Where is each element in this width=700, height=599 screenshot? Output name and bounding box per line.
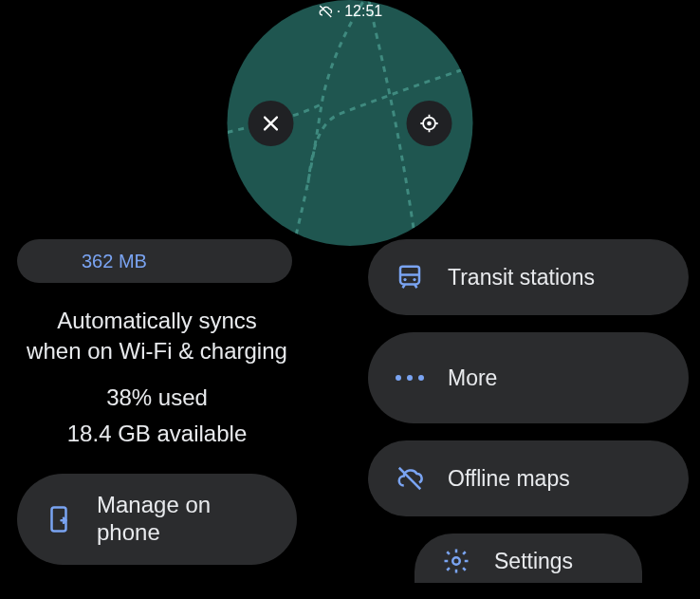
cloud-off-icon bbox=[318, 4, 333, 19]
status-bar: · 12:51 bbox=[318, 3, 383, 20]
gear-icon bbox=[441, 547, 471, 575]
offline-maps-button[interactable]: Offline maps bbox=[368, 440, 689, 516]
my-location-icon bbox=[419, 113, 440, 134]
storage-used: 38% used bbox=[17, 384, 297, 411]
close-icon bbox=[261, 113, 282, 134]
settings-button[interactable]: Settings bbox=[414, 533, 642, 583]
svg-point-5 bbox=[452, 557, 460, 565]
storage-available: 18.4 GB available bbox=[17, 421, 297, 447]
phone-icon bbox=[44, 505, 74, 533]
watch-face-map: · 12:51 bbox=[228, 0, 473, 246]
storage-item-size: 362 MB bbox=[82, 251, 147, 272]
close-button[interactable] bbox=[249, 101, 294, 146]
transit-stations-button[interactable]: Transit stations bbox=[368, 239, 689, 315]
offline-maps-label: Offline maps bbox=[448, 466, 570, 492]
storage-panel: 362 MB Automatically syncs when on Wi-Fi… bbox=[17, 239, 297, 582]
manage-on-phone-button[interactable]: Manage on phone bbox=[17, 474, 297, 565]
svg-point-3 bbox=[403, 278, 406, 281]
manage-on-phone-label: Manage on phone bbox=[97, 492, 211, 547]
more-icon bbox=[395, 375, 425, 381]
more-button[interactable]: More bbox=[368, 332, 689, 423]
more-label: More bbox=[448, 365, 497, 391]
actions-panel: Transit stations More Offline maps Setti… bbox=[368, 239, 689, 583]
my-location-button[interactable] bbox=[407, 101, 452, 146]
svg-point-1 bbox=[427, 122, 432, 126]
status-time: 12:51 bbox=[344, 3, 382, 20]
cloud-off-icon bbox=[395, 464, 425, 493]
status-separator: · bbox=[337, 3, 341, 20]
svg-point-4 bbox=[413, 278, 415, 281]
transit-stations-label: Transit stations bbox=[448, 265, 595, 290]
storage-item-chip[interactable]: 362 MB bbox=[17, 239, 292, 283]
train-icon bbox=[395, 263, 425, 291]
settings-label: Settings bbox=[494, 549, 573, 574]
sync-description: Automatically syncs when on Wi-Fi & char… bbox=[17, 306, 297, 367]
